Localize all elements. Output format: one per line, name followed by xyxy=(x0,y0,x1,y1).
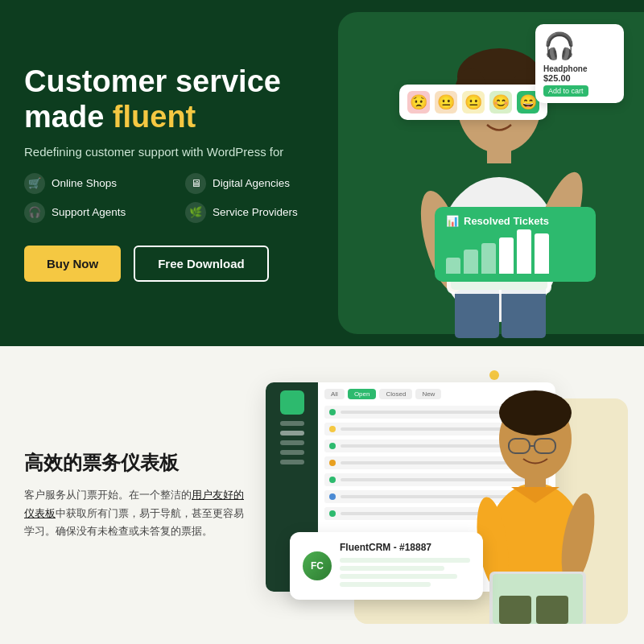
resolved-tickets-title: 📊 Resolved Tickets xyxy=(446,215,584,227)
sidebar-item-1 xyxy=(280,421,304,426)
headphone-price: $25.00 xyxy=(543,73,571,83)
sidebar-item-5 xyxy=(280,460,304,464)
digital-agencies-icon: 🖥 xyxy=(185,173,206,194)
bar-6 xyxy=(535,233,549,274)
ticket-messages xyxy=(340,558,470,587)
tab-all[interactable]: All xyxy=(324,389,345,399)
emoji-rating-card: 😟 😐 😐 😊 😄 xyxy=(399,85,547,120)
second-section: 高效的票务仪表板 客户服务从门票开始。在一个整洁的用户友好的仪表板中获取所有门票… xyxy=(0,346,644,644)
ticket-avatar: FC xyxy=(303,551,332,580)
status-dot-2 xyxy=(329,426,336,432)
online-shops-label: Online Shops xyxy=(52,177,117,189)
headphone-product-name: Headphone xyxy=(543,64,587,73)
bar-5 xyxy=(517,229,531,274)
status-dot-4 xyxy=(329,460,336,466)
sidebar-item-3 xyxy=(280,440,304,445)
emoji-sad: 😟 xyxy=(407,91,430,114)
hero-buttons: Buy Now Free Download xyxy=(24,246,330,282)
ticket-info: FluentCRM - #18887 xyxy=(340,542,470,590)
sidebar-item-2 xyxy=(280,431,304,436)
online-shops-icon: 🛒 xyxy=(24,173,45,194)
resolved-tickets-card: 📊 Resolved Tickets xyxy=(435,207,596,282)
sidebar-logo xyxy=(280,390,304,415)
feature-service-providers: 🌿 Service Providers xyxy=(185,202,330,223)
bar-1 xyxy=(446,258,460,274)
add-to-cart-button[interactable]: Add to cart xyxy=(543,85,588,97)
bar-3 xyxy=(481,243,496,274)
free-download-button[interactable]: Free Download xyxy=(134,246,269,282)
ticket-notification: FC FluentCRM - #18887 xyxy=(290,532,483,600)
hero-left-content: Customer service made fluent Redefining … xyxy=(24,64,330,281)
service-providers-icon: 🌿 xyxy=(185,202,206,223)
section-title: 高效的票务仪表板 xyxy=(24,450,250,475)
hero-title-line2: made fluent xyxy=(24,100,196,134)
status-dot-6 xyxy=(329,493,336,500)
service-providers-label: Service Providers xyxy=(213,206,298,218)
tab-closed[interactable]: Closed xyxy=(379,389,412,399)
headphone-icon: 🎧 xyxy=(543,31,576,61)
feature-digital-agencies: 🖥 Digital Agencies xyxy=(185,173,330,194)
hero-subtitle: Redefining customer support with WordPre… xyxy=(24,145,330,159)
feature-online-shops: 🛒 Online Shops xyxy=(24,173,169,194)
hero-title: Customer service made fluent xyxy=(24,64,330,134)
hero-illustration: 😟 😐 😐 😊 😄 🎧 Headphone $25.00 Add to cart… xyxy=(306,0,644,346)
features-grid: 🛒 Online Shops 🖥 Digital Agencies 🎧 Supp… xyxy=(24,173,330,223)
status-dot-7 xyxy=(329,510,336,517)
bar-chart xyxy=(446,233,584,274)
status-dot-3 xyxy=(329,443,336,449)
hero-section: Customer service made fluent Redefining … xyxy=(0,0,644,346)
msg-line-2 xyxy=(340,566,444,571)
second-section-visual: All Open Closed New xyxy=(266,366,620,624)
emoji-neutral2: 😐 xyxy=(462,91,485,114)
status-dot-1 xyxy=(329,409,336,415)
emoji-happy: 😊 xyxy=(489,91,512,114)
buy-now-button[interactable]: Buy Now xyxy=(24,246,121,282)
ticket-name: FluentCRM - #18887 xyxy=(340,542,470,553)
feature-support-agents: 🎧 Support Agents xyxy=(24,202,169,223)
emoji-neutral1: 😐 xyxy=(435,91,457,114)
tab-open[interactable]: Open xyxy=(348,389,377,399)
bar-4 xyxy=(499,237,514,274)
hero-title-line1: Customer service xyxy=(24,64,281,98)
section-description: 客户服务从门票开始。在一个整洁的用户友好的仪表板中获取所有门票，易于导航，甚至更… xyxy=(24,486,250,539)
msg-line-3 xyxy=(340,574,457,579)
hero-title-highlight: fluent xyxy=(113,100,196,134)
sidebar-item-4 xyxy=(280,450,304,455)
digital-agencies-label: Digital Agencies xyxy=(213,177,290,189)
tab-new[interactable]: New xyxy=(415,389,441,399)
status-dot-5 xyxy=(329,477,336,483)
svg-rect-31 xyxy=(499,596,531,624)
highlight-text: 用户友好的仪表板 xyxy=(24,489,244,518)
svg-rect-32 xyxy=(536,596,568,624)
headphone-product-card: 🎧 Headphone $25.00 Add to cart xyxy=(535,24,624,103)
msg-line-4 xyxy=(340,582,431,587)
support-agents-label: Support Agents xyxy=(52,206,126,218)
support-agents-icon: 🎧 xyxy=(24,202,45,223)
svg-point-22 xyxy=(499,390,572,436)
svg-rect-7 xyxy=(487,143,511,163)
msg-line-1 xyxy=(340,558,470,563)
chart-icon: 📊 xyxy=(446,215,459,227)
bar-2 xyxy=(464,250,478,274)
second-section-text: 高效的票务仪表板 客户服务从门票开始。在一个整洁的用户友好的仪表板中获取所有门票… xyxy=(24,450,250,539)
